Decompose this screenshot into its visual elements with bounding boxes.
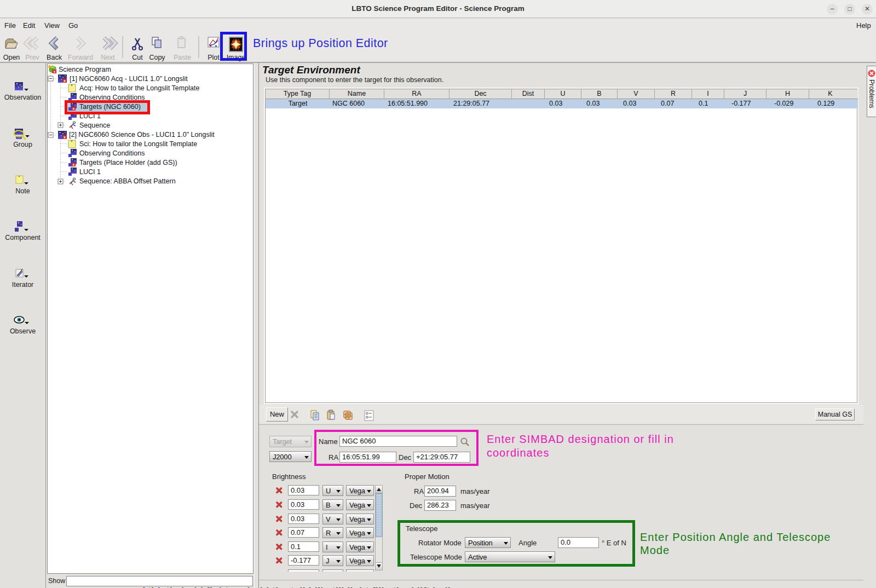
svg-text:x: x [54,70,56,73]
svg-text:x: x [73,163,75,166]
